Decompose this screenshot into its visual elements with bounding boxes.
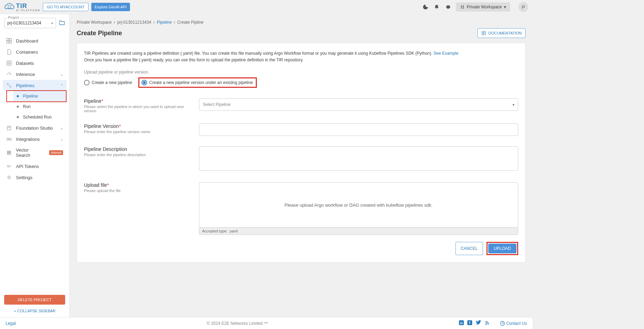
upload-placeholder: Please upload Argo workflow or DAG creat… [285,202,433,208]
sidebar-item-label: Pipelines [16,83,34,88]
see-example-link[interactable]: See Example [434,51,458,56]
sidebar-item-run[interactable]: Run [13,101,67,112]
field-desc-pipeline: Please select the pipeline in which you … [84,105,189,113]
svg-text:in: in [460,321,463,325]
topbar: TIR AI PLATFORM GO TO MYACCOUNT Explore … [0,0,532,14]
sidebar: Project prj-013011213434 ▾ Dashboard [0,14,70,317]
pipeline-version-input[interactable] [199,123,518,136]
upload-file-dropzone[interactable]: Please upload Argo workflow or DAG creat… [199,182,518,228]
sidebar-item-scheduled-run[interactable]: Scheduled Run [13,112,67,122]
bullet-icon [17,106,19,108]
field-label-upload: Upload file* [84,182,189,188]
list-icon [6,150,12,155]
key-icon [6,163,12,169]
sidebar-item-label: Foundation Studio [16,125,53,131]
sidebar-item-foundation[interactable]: Foundation Studio ⌄ [3,122,67,133]
svg-point-2 [462,6,464,7]
sidebar-item-datasets[interactable]: Datasets [3,58,67,69]
twitter-icon[interactable] [476,320,481,326]
radio-create-new-pipeline[interactable]: Create a new pipeline [84,80,132,85]
facebook-icon[interactable]: f [467,320,472,326]
copyright-text: © 2024 E2E Networks Limited ™ [16,321,459,326]
sidebar-item-label: Datasets [16,61,34,66]
chevron-left-icon: « [14,309,16,313]
gear-icon[interactable] [445,4,451,10]
logo-subtitle: AI PLATFORM [16,9,40,12]
sidebar-item-dashboard[interactable]: Dashboard [3,35,67,46]
doc-icon [481,31,486,36]
intro-text: TIR Pipelines are created using a pipeli… [84,50,518,63]
rss-icon[interactable] [485,320,490,326]
pipeline-select[interactable]: Select Pipeline ▾ [199,98,518,111]
field-desc-description: Please enter the pipeline description [84,153,189,157]
sidebar-item-label: Containers [16,49,38,55]
dark-mode-icon[interactable] [422,4,429,10]
doc-button-label: DOCUMENTATION [488,31,522,35]
legal-link[interactable]: Legal [6,321,16,326]
collapse-sidebar-button[interactable]: « COLLAPSE SIDEBAR [4,309,65,313]
pipeline-description-input[interactable] [199,146,518,171]
svg-rect-19 [7,138,9,140]
field-label-pipeline: Pipeline* [84,98,189,104]
upload-hint: Accepted type: .yaml [199,228,518,235]
sidebar-item-label: Settings [16,175,32,180]
documentation-button[interactable]: DOCUMENTATION [477,28,526,38]
project-selector[interactable]: Project prj-013011213434 ▾ [4,18,56,28]
logo-title: TIR [16,3,40,9]
explore-api-button[interactable]: Explore GenAI API [91,3,130,11]
radio-icon [141,80,147,85]
project-value: prj-013011213434 [7,21,41,25]
sidebar-item-api-tokens[interactable]: API Tokens [3,161,67,172]
svg-rect-18 [9,127,10,128]
cancel-button[interactable]: CANCEL [455,242,483,255]
chevron-down-icon: ⌄ [60,126,63,130]
project-label: Project [7,16,20,20]
svg-rect-0 [8,6,11,8]
chevron-down-icon: ▾ [504,5,506,9]
svg-point-1 [461,6,462,7]
radio-label: Create a new pipeline version under an e… [149,80,253,85]
building-icon [6,125,12,131]
svg-rect-5 [7,38,9,40]
field-desc-upload: Please upload the file [84,189,189,193]
sidebar-item-label: Vector Search [16,147,44,158]
grid-icon [6,60,12,66]
bell-icon[interactable] [434,4,440,10]
delete-project-button[interactable]: DELETE PROJECT [4,295,65,305]
dashboard-icon [6,38,12,44]
sidebar-item-pipeline[interactable]: Pipeline [13,91,67,101]
breadcrumb-item[interactable]: prj-013011213434 [117,20,151,25]
sidebar-item-label: Inference [16,72,35,77]
breadcrumb-item[interactable]: Pipeline [157,20,172,25]
radio-create-new-version[interactable]: Create a new pipeline version under an e… [141,80,253,85]
sidebar-item-containers[interactable]: Containers [3,46,67,58]
linkedin-icon[interactable]: in [459,320,464,326]
svg-line-12 [9,74,10,75]
collapse-label: COLLAPSE SIDEBAR [17,309,55,313]
sidebar-item-settings[interactable]: Settings [3,172,67,183]
avatar[interactable]: P [519,2,528,12]
field-desc-version: Please enter the pipeline version name [84,130,189,134]
select-placeholder: Select Pipeline [203,102,230,107]
svg-rect-6 [9,38,12,40]
go-myaccount-button[interactable]: GO TO MYACCOUNT [43,3,88,11]
sidebar-item-label: Integrations [16,137,40,142]
breadcrumb-item[interactable]: Private Workspace [77,20,112,25]
upload-button[interactable]: UPLOAD [488,244,516,253]
contact-link[interactable]: Contact Us [506,321,527,326]
sidebar-item-integrations[interactable]: Integrations ⌄ [3,133,67,145]
document-icon [6,49,12,55]
folder-icon[interactable] [59,20,65,27]
workspace-selector[interactable]: Private Workspace ▾ [456,2,510,12]
help-icon[interactable]: ? Contact Us [500,321,527,326]
svg-rect-20 [9,138,11,140]
sidebar-item-vector[interactable]: Vector Search Internal [3,145,67,161]
svg-point-26 [8,177,10,178]
logo[interactable]: TIR AI PLATFORM [4,2,40,12]
integration-icon [6,136,12,142]
pipeline-icon [6,83,12,88]
sidebar-item-pipelines[interactable]: Pipelines ⌃ [3,80,67,91]
sidebar-item-inference[interactable]: Inference ⌄ [3,69,67,80]
gear-icon [6,175,12,180]
radio-label: Create a new pipeline [92,80,132,85]
